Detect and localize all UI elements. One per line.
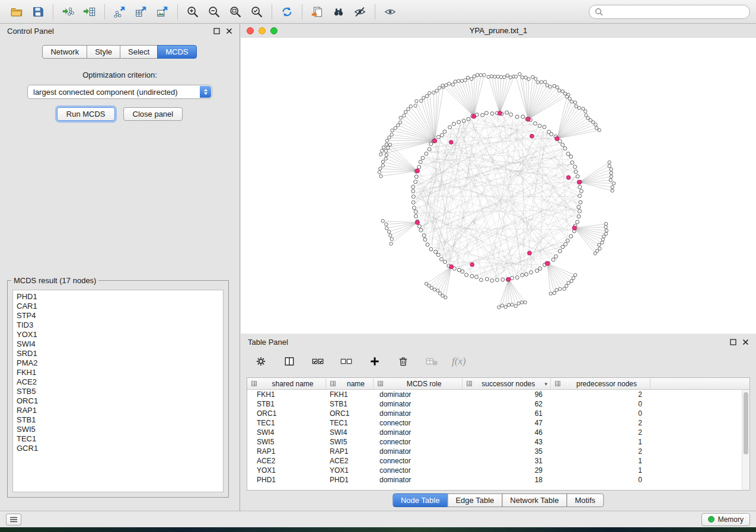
column-header-predecessor-nodes[interactable]: predecessor nodes — [551, 378, 650, 389]
delete-column-button[interactable] — [395, 353, 412, 370]
table-panel: Table Panel — [241, 335, 756, 511]
mcds-result-item[interactable]: SWI4 — [13, 339, 223, 349]
mcds-result-item[interactable]: ORC1 — [13, 396, 223, 406]
tab-network[interactable]: Network — [42, 45, 87, 59]
clear-table-button[interactable] — [423, 353, 440, 370]
save-session-button[interactable] — [27, 2, 49, 21]
table-row[interactable]: TEC1TEC1connector472 — [247, 418, 749, 428]
zoom-fit-button[interactable] — [225, 2, 246, 21]
mcds-result-item[interactable]: TEC1 — [13, 434, 223, 444]
mcds-result-item[interactable]: PMA2 — [13, 358, 223, 368]
mcds-result-item[interactable]: PHD1 — [13, 292, 223, 302]
table-row[interactable]: PHD1PHD1dominator180 — [247, 475, 749, 485]
table-body: FKH1FKH1dominator962STB1STB1dominator620… — [247, 390, 749, 485]
desktop-background — [0, 527, 756, 532]
run-mcds-button[interactable]: Run MCDS — [57, 107, 115, 121]
close-icon[interactable] — [226, 28, 232, 34]
import-network-button[interactable] — [58, 2, 79, 21]
scrollbar-thumb[interactable] — [744, 392, 748, 454]
table-cell: PHD1 — [326, 476, 374, 484]
column-type-icon — [378, 381, 383, 386]
tab-select[interactable]: Select — [120, 45, 158, 59]
export-image-icon — [156, 5, 169, 18]
column-header-successor-nodes[interactable]: successor nodes▾ — [462, 378, 551, 389]
apply-layout-button[interactable] — [276, 2, 298, 21]
column-header-name[interactable]: name — [326, 378, 374, 389]
table-row[interactable]: FKH1FKH1dominator962 — [247, 390, 749, 399]
float-window-icon[interactable] — [730, 339, 736, 345]
zoom-selected-icon — [250, 5, 263, 18]
mcds-result-item[interactable]: STP4 — [13, 311, 223, 321]
mcds-result-item[interactable]: YOX1 — [13, 330, 223, 339]
show-all-button[interactable] — [379, 2, 401, 21]
table-row[interactable]: YOX1YOX1connector291 — [247, 466, 749, 475]
search-icon — [595, 8, 603, 16]
mcds-result-title: MCDS result (17 nodes) — [11, 276, 98, 285]
mcds-result-item[interactable]: GCR1 — [13, 444, 223, 453]
table-row[interactable]: ACE2ACE2connector311 — [247, 456, 749, 466]
zoom-in-button[interactable] — [182, 2, 203, 21]
close-panel-button[interactable]: Close panel — [123, 107, 183, 121]
table-cell: ACE2 — [326, 457, 374, 465]
tab-node-table[interactable]: Node Table — [393, 493, 448, 507]
column-label: successor nodes — [475, 380, 541, 388]
main-toolbar — [0, 0, 756, 24]
table-row[interactable]: RAP1RAP1dominator352 — [247, 447, 749, 456]
select-all-button[interactable] — [310, 353, 326, 370]
table-cell: 2 — [551, 390, 650, 399]
tab-network-table[interactable]: Network Table — [502, 493, 567, 507]
table-row[interactable]: ORC1ORC1dominator610 — [247, 409, 749, 418]
table-scrollbar[interactable] — [742, 390, 749, 490]
tab-edge-table[interactable]: Edge Table — [447, 493, 502, 507]
optimization-criterion-label: Optimization criterion: — [0, 70, 240, 79]
chevron-down-icon[interactable]: ▾ — [544, 381, 550, 387]
table-cell: connector — [374, 466, 462, 475]
split-columns-button[interactable] — [281, 353, 298, 370]
deselect-all-button[interactable] — [338, 353, 355, 370]
mcds-result-item[interactable]: SWI5 — [13, 425, 223, 434]
mcds-result-item[interactable]: SRD1 — [13, 349, 223, 358]
mcds-result-item[interactable]: STB5 — [13, 387, 223, 396]
export-table-button[interactable] — [130, 2, 152, 21]
network-canvas[interactable] — [241, 38, 756, 334]
clear-table-disabled-icon — [425, 355, 438, 367]
tab-motifs[interactable]: Motifs — [566, 493, 604, 507]
criterion-dropdown[interactable]: largest connected component (undirected) — [27, 85, 212, 99]
close-icon[interactable] — [742, 339, 749, 345]
table-row[interactable]: STB1STB1dominator620 — [247, 399, 749, 409]
add-column-button[interactable] — [366, 353, 383, 370]
copy-network-button[interactable] — [307, 2, 328, 21]
mcds-result-item[interactable]: STB1 — [13, 415, 223, 425]
table-cell: 47 — [462, 419, 551, 427]
float-window-icon[interactable] — [213, 28, 220, 34]
column-type-icon — [251, 381, 257, 386]
memory-button[interactable]: Memory — [701, 513, 750, 526]
hide-selected-button[interactable] — [349, 2, 371, 21]
column-header-MCDS-role[interactable]: MCDS role — [374, 378, 462, 389]
export-image-button[interactable] — [152, 2, 173, 21]
open-session-button[interactable] — [6, 2, 27, 21]
mcds-result-item[interactable]: ACE2 — [13, 377, 223, 387]
mcds-result-item[interactable]: CAR1 — [13, 302, 223, 311]
column-header-shared-name[interactable]: shared name — [247, 378, 326, 389]
find-button[interactable] — [328, 2, 349, 21]
table-settings-button[interactable] — [253, 353, 269, 370]
table-cell: RAP1 — [326, 447, 374, 456]
status-menu-button[interactable] — [6, 514, 21, 525]
tab-style[interactable]: Style — [87, 45, 120, 59]
mcds-result-item[interactable]: FKH1 — [13, 368, 223, 377]
table-cell: 35 — [462, 447, 551, 456]
zoom-out-button[interactable] — [203, 2, 225, 21]
tab-mcds[interactable]: MCDS — [157, 45, 196, 59]
search-input[interactable] — [607, 8, 744, 16]
mcds-result-item[interactable]: TID3 — [13, 321, 223, 330]
copy-document-icon — [311, 5, 324, 18]
table-cell: dominator — [374, 400, 462, 408]
table-row[interactable]: SWI5SWI5connector431 — [247, 437, 749, 447]
zoom-selected-button[interactable] — [246, 2, 267, 21]
export-network-button[interactable] — [109, 2, 130, 21]
table-row[interactable]: SWI4SWI4dominator462 — [247, 428, 749, 437]
mcds-result-item[interactable]: RAP1 — [13, 406, 223, 415]
import-table-button[interactable] — [79, 2, 100, 21]
function-builder-button[interactable]: f(x) — [452, 355, 466, 367]
